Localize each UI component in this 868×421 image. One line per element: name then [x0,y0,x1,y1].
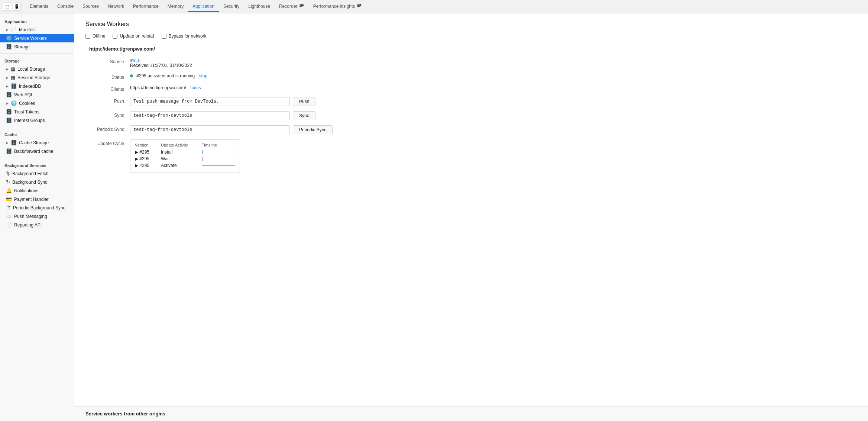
expand-wait: ▶ [135,156,138,161]
sidebar-item-background-fetch[interactable]: ⇅ Background Fetch [0,169,74,178]
sync-row: Sync Sync [85,111,857,120]
sidebar-label-push-messaging: Push Messaging [14,214,47,219]
sidebar-label-session-storage: Session Storage [17,75,50,80]
service-workers-icon: ⚙️ [6,35,12,41]
interest-groups-icon: 🗄️ [6,118,12,123]
bypass-for-network-checkbox[interactable] [162,34,166,39]
sidebar-label-background-sync: Background Sync [12,180,47,185]
sidebar-label-interest-groups: Interest Groups [14,118,45,123]
update-cycle-table: Version Update Activity Timeline ▶ #295 [130,139,240,173]
push-input[interactable] [130,97,290,106]
source-row: Source sw.js Received 11:37:01, 31/10/20… [85,58,857,68]
sync-button[interactable]: Sync [293,111,315,120]
expand-arrow-local-storage: ▶ [6,67,9,71]
timeline-bar-wait [202,157,203,161]
tab-application[interactable]: Application [188,1,219,12]
tab-performance[interactable]: Performance [129,1,163,12]
sidebar-item-periodic-bg-sync[interactable]: ⏱ Periodic Background Sync [0,203,74,212]
tab-elements[interactable]: Elements [25,1,53,12]
uc-header-row: Version Update Activity Timeline [135,143,235,147]
storage-icon: 🗄️ [6,44,12,49]
uc-version-activate[interactable]: ▶ #295 [135,163,161,168]
info-table: Source sw.js Received 11:37:01, 31/10/20… [85,58,857,173]
sidebar-label-background-fetch: Background Fetch [12,171,48,176]
push-button[interactable]: Push [293,97,315,106]
expand-arrow-indexeddb: ▶ [6,84,9,88]
backforward-cache-icon: 🗄️ [6,148,12,154]
device-icon[interactable]: 📱 [13,3,21,11]
focus-link[interactable]: focus [190,85,201,90]
sidebar-section-storage: Storage [0,56,74,65]
status-label: Status [85,73,130,80]
sidebar-label-notifications: Notifications [14,188,38,193]
sidebar-label-indexeddb: IndexedDB [19,84,41,89]
content-area: Service Workers Offline Update on reload… [74,13,868,421]
offline-checkbox-label[interactable]: Offline [85,33,105,39]
payment-handler-icon: 💳 [6,196,12,202]
offline-checkbox[interactable] [85,34,90,39]
periodic-sync-button[interactable]: Periodic Sync [293,125,333,134]
toolbar-icons: ⬚ 📱 [3,3,21,11]
timeline-bar-activate [202,165,235,166]
source-value: sw.js Received 11:37:01, 31/10/2022 [130,58,857,68]
sidebar-item-trust-tokens[interactable]: 🗄️ Trust Tokens [0,107,74,116]
sidebar-item-manifest[interactable]: ▶ 📄 Manifest [0,25,74,34]
sidebar-section-application: Application [0,16,74,25]
inspect-icon[interactable]: ⬚ [3,3,11,11]
update-on-reload-label: Update on reload [120,33,154,39]
sidebar-item-backforward-cache[interactable]: 🗄️ Back/forward cache [0,147,74,155]
sidebar-item-indexeddb[interactable]: ▶ 🗄️ IndexedDB [0,82,74,90]
sidebar-item-cache-storage[interactable]: ▶ 🗄️ Cache Storage [0,138,74,147]
sidebar-item-payment-handler[interactable]: 💳 Payment Handler [0,195,74,203]
sidebar-item-cookies[interactable]: ▶ 🌐 Cookies [0,99,74,107]
push-label: Push [85,97,130,104]
update-on-reload-checkbox-label[interactable]: Update on reload [113,33,154,39]
sidebar-item-push-messaging[interactable]: ☁️ Push Messaging [0,212,74,221]
sync-input-row: Sync [130,111,857,120]
uc-activity-install: Install [161,150,202,155]
tab-recorder[interactable]: Recorder 🏴 [275,1,309,12]
periodic-bg-sync-icon: ⏱ [6,205,11,210]
uc-header-timeline: Timeline [202,143,235,147]
sidebar-item-interest-groups[interactable]: 🗄️ Interest Groups [0,116,74,125]
sync-input[interactable] [130,111,290,120]
tab-network[interactable]: Network [103,1,129,12]
source-link[interactable]: sw.js [130,58,140,63]
periodic-sync-input[interactable] [130,125,290,134]
service-worker-url: https://demo.tigrenpwa.com/ [85,46,857,52]
expand-activate: ▶ [135,163,138,168]
uc-timeline-install [202,150,235,155]
bypass-for-network-checkbox-label[interactable]: Bypass for network [162,33,207,39]
sidebar-item-storage[interactable]: 🗄️ Storage [0,42,74,51]
session-storage-icon: ▦ [11,75,15,80]
sidebar-item-service-workers[interactable]: ⚙️ Service Workers [0,34,74,42]
sidebar-item-notifications[interactable]: 🔔 Notifications [0,186,74,195]
clients-row: Clients https://demo.tigrenpwa.com/ focu… [85,85,857,92]
uc-timeline-wait [202,156,235,161]
update-on-reload-checkbox[interactable] [113,34,117,39]
tab-bar: ⬚ 📱 Elements Console Sources Network Per… [0,0,868,13]
tab-sources[interactable]: Sources [78,1,103,12]
tab-performance-insights[interactable]: Performance insights 🏴 [309,1,366,12]
sidebar-item-session-storage[interactable]: ▶ ▦ Session Storage [0,73,74,82]
uc-version-wait[interactable]: ▶ #295 [135,156,161,161]
stop-link[interactable]: stop [199,73,207,78]
sidebar-item-web-sql[interactable]: 🗄️ Web SQL [0,90,74,99]
sidebar-item-background-sync[interactable]: ↻ Background Sync [0,178,74,186]
background-sync-icon: ↻ [6,179,10,185]
tab-memory[interactable]: Memory [163,1,188,12]
tab-security[interactable]: Security [219,1,244,12]
update-cycle-label: Update Cycle [85,139,130,146]
sidebar-item-local-storage[interactable]: ▶ ▦ Local Storage [0,65,74,73]
uc-version-install[interactable]: ▶ #295 [135,150,161,155]
expand-arrow-cache-storage: ▶ [6,141,9,145]
bottom-section: Service workers from other origins [74,406,868,421]
tab-console[interactable]: Console [53,1,78,12]
uc-row-install: ▶ #295 Install [135,150,235,155]
tab-lighthouse[interactable]: Lighthouse [244,1,275,12]
sidebar-item-reporting-api[interactable]: 📄 Reporting API [0,221,74,229]
periodic-sync-row: Periodic Sync Periodic Sync [85,125,857,134]
uc-activity-activate: Activate [161,163,202,168]
divider-2 [0,127,74,127]
status-value: #295 activated and is running stop [130,73,857,78]
